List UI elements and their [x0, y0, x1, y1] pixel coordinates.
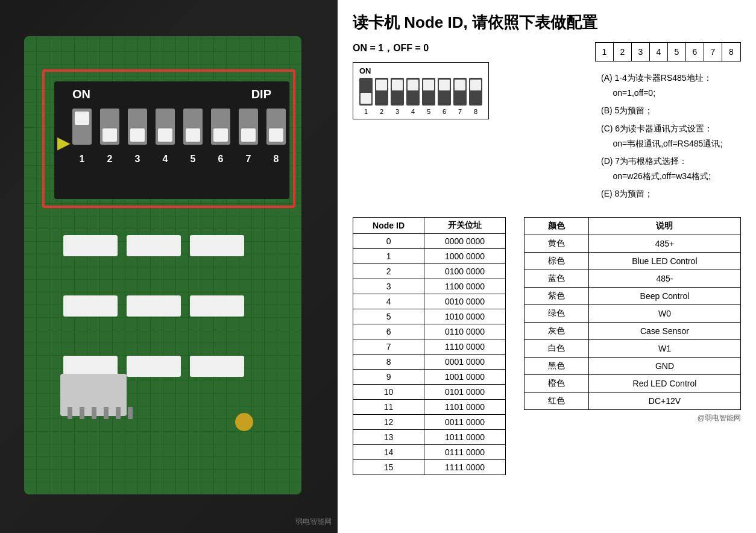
table-cell: 1001 0000	[424, 369, 506, 384]
connector-pins	[68, 407, 133, 419]
table-row: 20100 0000	[353, 263, 506, 279]
color-table-row: 紫色Beep Control	[524, 287, 741, 304]
diag-num-8: 8	[469, 108, 482, 115]
color-table-cell: Red LED Control	[588, 374, 740, 392]
table-row: 71110 0000	[353, 339, 506, 354]
table-cell: 9	[353, 369, 424, 384]
components-area-1	[63, 235, 244, 256]
pcb-board: ON DIP 1 2 3 4 5 6 7 8	[24, 36, 301, 494]
screw-terminal	[235, 413, 253, 431]
table-cell: 1100 0000	[424, 279, 506, 294]
num-boxes: 1 2 3 4 5 6 7 8	[595, 42, 741, 62]
color-table-cell: 紫色	[524, 287, 589, 304]
table-cell: 14	[353, 444, 424, 459]
table-cell: 1000 0000	[424, 248, 506, 263]
num-box-2: 2	[614, 43, 632, 61]
diag-switch-5	[422, 78, 435, 106]
red-box-highlight	[42, 69, 295, 208]
table-cell: 1011 0000	[424, 429, 506, 444]
table-cell: 11	[353, 399, 424, 414]
c-pin-4	[104, 407, 109, 419]
color-table-header-color: 颜色	[524, 217, 589, 235]
node-id-table: Node ID 开关位址 00000 000011000 000020100 0…	[353, 217, 506, 475]
component-5	[127, 295, 181, 317]
diag-num-1: 1	[359, 108, 373, 115]
color-table-row: 橙色Red LED Control	[524, 374, 741, 392]
table-row: 31100 0000	[353, 279, 506, 294]
table-cell: 8	[353, 354, 424, 369]
diag-num-5: 5	[422, 108, 435, 115]
num-box-6: 6	[686, 43, 704, 61]
diag-switch-4	[406, 78, 420, 106]
color-table-row: 棕色Blue LED Control	[524, 252, 741, 270]
component-9	[190, 356, 244, 377]
color-table-row: 红色DC+12V	[524, 392, 741, 409]
table-row: 100101 0000	[353, 384, 506, 399]
dip-diagram-on-label: ON	[359, 66, 482, 75]
color-table-row: 白色W1	[524, 339, 741, 357]
table-cell: 0101 0000	[424, 384, 506, 399]
c-pin-5	[116, 407, 121, 419]
diag-switch-8	[469, 78, 482, 106]
diag-num-4: 4	[406, 108, 420, 115]
top-row: ON = 1，OFF = 0 ON 1 2 3 4	[353, 42, 741, 211]
table-cell: 6	[353, 324, 424, 339]
dip-diagram-switches	[359, 78, 482, 106]
table-row: 11000 0000	[353, 248, 506, 263]
diag-num-7: 7	[453, 108, 467, 115]
pcb-watermark: 弱电智能网	[295, 517, 332, 527]
table-cell: 0100 0000	[424, 263, 506, 279]
c-pin-3	[92, 407, 96, 419]
note-e: (E) 8为预留；	[595, 186, 741, 201]
right-section: 颜色 说明 黄色485+棕色Blue LED Control蓝色485-紫色Be…	[524, 217, 741, 423]
diag-switch-6	[438, 78, 451, 106]
table-cell: 5	[353, 309, 424, 324]
note-c: (C) 6为读卡器通讯方式设置： on=韦根通讯,off=RS485通讯;	[595, 121, 741, 151]
note-a: (A) 1-4为读卡器RS485地址： on=1,off=0;	[595, 71, 741, 101]
table-cell: 1010 0000	[424, 309, 506, 324]
color-table-cell: 棕色	[524, 252, 589, 270]
note-b: (B) 5为预留；	[595, 103, 741, 118]
table-cell: 0	[353, 233, 424, 248]
color-table: 颜色 说明 黄色485+棕色Blue LED Control蓝色485-紫色Be…	[524, 217, 741, 410]
table-cell: 1101 0000	[424, 399, 506, 414]
color-table-cell: W1	[588, 339, 740, 357]
color-table-cell: Blue LED Control	[588, 252, 740, 270]
color-table-cell: DC+12V	[588, 392, 740, 409]
table-cell: 0001 0000	[424, 354, 506, 369]
right-panel: 读卡机 Node ID, 请依照下表做配置 ON = 1，OFF = 0 ON …	[338, 0, 756, 533]
component-3	[190, 235, 244, 256]
num-box-5: 5	[668, 43, 686, 61]
table-row: 60110 0000	[353, 324, 506, 339]
on-off-label: ON = 1，OFF = 0	[353, 42, 489, 55]
num-box-7: 7	[704, 43, 722, 61]
table-cell: 2	[353, 263, 424, 279]
num-box-4: 4	[650, 43, 668, 61]
color-table-cell: 红色	[524, 392, 589, 409]
color-table-cell: Beep Control	[588, 287, 740, 304]
component-4	[63, 295, 118, 317]
table-row: 51010 0000	[353, 309, 506, 324]
table-cell: 10	[353, 384, 424, 399]
table-row: 00000 0000	[353, 233, 506, 248]
diag-switch-3	[391, 78, 404, 106]
color-table-cell: Case Sensor	[588, 322, 740, 339]
diag-switch-1	[359, 78, 373, 106]
table-cell: 1	[353, 248, 424, 263]
dip-diagram-nums: 1 2 3 4 5 6 7 8	[359, 108, 482, 115]
color-table-cell: 黑色	[524, 357, 589, 374]
color-table-header-desc: 说明	[588, 217, 740, 235]
color-table-cell: 485+	[588, 235, 740, 252]
table-cell: 1111 0000	[424, 459, 506, 475]
table-cell: 4	[353, 294, 424, 309]
table-cell: 7	[353, 339, 424, 354]
main-title: 读卡机 Node ID, 请依照下表做配置	[353, 12, 741, 33]
arrow-indicator: ▶	[57, 133, 71, 153]
table-row: 131011 0000	[353, 429, 506, 444]
right-top-section: 1 2 3 4 5 6 7 8 (A) 1-4为读卡器RS485地址： on=1…	[595, 42, 741, 211]
table-cell: 0110 0000	[424, 324, 506, 339]
table-row: 120011 0000	[353, 414, 506, 429]
note-d: (D) 7为韦根格式选择： on=w26格式,off=w34格式;	[595, 154, 741, 184]
table-cell: 12	[353, 414, 424, 429]
c-pin-1	[68, 407, 72, 419]
